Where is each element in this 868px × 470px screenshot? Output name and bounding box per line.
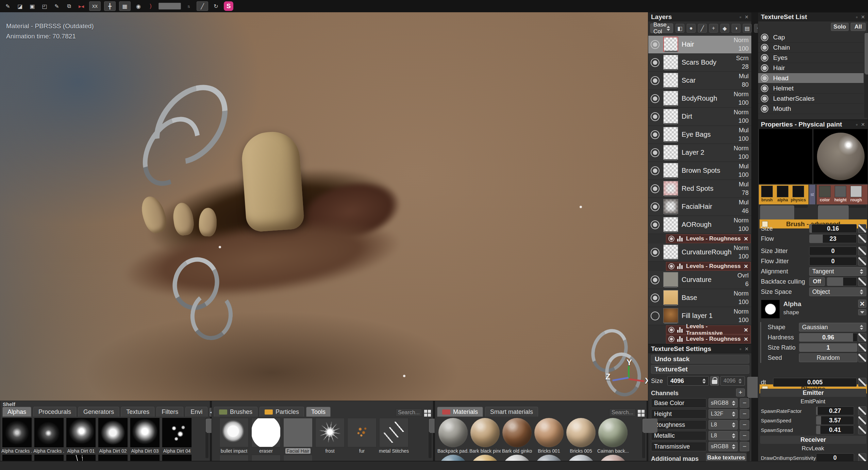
layer-opacity[interactable]: 100 — [738, 99, 749, 106]
alpha-thumbnail[interactable] — [98, 418, 128, 447]
layer-row[interactable]: Red Spots Mul 78 — [648, 180, 751, 198]
shelf-item[interactable]: Facial Hair — [283, 418, 313, 454]
material-sphere-thumbnail[interactable] — [566, 455, 596, 461]
search-input[interactable]: Search... — [609, 408, 636, 417]
layer-opacity[interactable]: 80 — [742, 81, 749, 88]
layer-thumbnail[interactable] — [663, 245, 678, 259]
tool-thumbs-scrollbar[interactable] — [760, 205, 808, 208]
layer-opacity[interactable]: 100 — [738, 317, 749, 324]
layer-visibility-toggle[interactable] — [651, 166, 660, 175]
receiver-section-header[interactable]: Receiver — [760, 436, 866, 444]
undo-stack-section[interactable]: Undo stack — [651, 355, 749, 364]
alpha-thumbnail[interactable] — [34, 455, 64, 461]
all-button[interactable]: All — [851, 23, 866, 31]
textureset-visibility-icon[interactable] — [761, 85, 768, 92]
edit-value-icon[interactable] — [858, 277, 866, 286]
material-sphere-thumbnail[interactable] — [438, 418, 468, 447]
shelf-tab[interactable]: Materials — [437, 407, 483, 417]
remove-channel-button[interactable]: − — [740, 420, 749, 430]
textureset-item[interactable]: Chain — [758, 43, 864, 53]
alpha-thumbnail[interactable] — [130, 455, 160, 461]
brush-stroke-preview[interactable] — [759, 129, 813, 184]
tools-scrollbar[interactable] — [429, 418, 432, 458]
materials-scrollbar[interactable] — [642, 418, 645, 458]
tool-thumbnail[interactable] — [283, 418, 313, 447]
float-panel-icon[interactable]: ▫ — [856, 122, 857, 127]
layer-blend-mode[interactable]: Norm — [734, 290, 749, 297]
add-channel-button[interactable]: + — [736, 388, 745, 397]
hardness-slider[interactable]: 0.96 — [799, 333, 857, 342]
layer-thumbnail[interactable] — [663, 91, 678, 106]
effect-visibility-toggle[interactable] — [668, 336, 674, 342]
shelf-tab[interactable]: Filters — [156, 407, 183, 417]
brush-size-slider[interactable]: 0.16 — [809, 224, 857, 233]
layer-opacity[interactable]: 100 — [738, 253, 749, 260]
spawn-speed-slider[interactable]: 3.57 — [816, 416, 854, 425]
layer-row[interactable]: CurvatureRough Norm 100 — [648, 244, 751, 262]
layer-opacity[interactable]: 100 — [738, 171, 749, 179]
layer-opacity[interactable]: 100 — [738, 299, 749, 306]
layer-row[interactable]: AORough Norm 100 — [648, 216, 751, 234]
layer-visibility-toggle[interactable] — [651, 58, 660, 67]
eraser-tool-icon[interactable]: ◪ — [16, 2, 24, 11]
shelf-item[interactable]: Caiman back... — [598, 418, 628, 454]
shelf-item[interactable]: eraser — [251, 418, 281, 454]
remove-channel-button[interactable]: − — [740, 442, 749, 451]
float-panel-icon[interactable]: ▫ — [739, 346, 741, 352]
shelf-item[interactable]: Alpha Cracks ... — [34, 418, 64, 454]
layer-opacity[interactable]: 46 — [742, 207, 749, 215]
shelf-tab[interactable]: Generators — [78, 407, 119, 417]
textureset-item[interactable]: Head — [758, 73, 864, 83]
mirror-toggle-icon[interactable]: ▸◂ — [77, 2, 86, 11]
layer-row[interactable]: FacialHair Mul 46 — [648, 198, 751, 216]
layer-row[interactable]: Brown Spots Mul 100 — [648, 162, 751, 180]
tool-thumbnail[interactable] — [219, 455, 249, 461]
edit-value-icon[interactable] — [858, 257, 866, 266]
remove-channel-button[interactable]: − — [740, 409, 749, 419]
shelf-tab[interactable]: Procedurals — [33, 407, 76, 417]
textureset-list-header[interactable]: TextureSet List ▫ ✕ — [758, 13, 868, 21]
layer-thumbnail[interactable] — [663, 199, 678, 214]
layer-visibility-toggle[interactable] — [651, 40, 660, 49]
pen-pressure-icon[interactable]: ╱ — [197, 1, 208, 11]
edit-value-icon[interactable] — [858, 378, 866, 387]
shelf-item[interactable]: Alpha Dirt 04 — [162, 418, 191, 454]
tool-thumbnail[interactable] — [347, 418, 377, 447]
shelf-item[interactable]: Alpha Cracks ... — [2, 418, 32, 454]
add-effect-icon[interactable]: ◆ — [720, 24, 729, 33]
layer-opacity[interactable]: 100 — [738, 45, 749, 52]
material-sphere-thumbnail[interactable] — [470, 455, 500, 461]
shelf-item[interactable]: Bricks 005 — [566, 418, 596, 454]
material-sphere-thumbnail[interactable] — [470, 418, 500, 447]
layer-blend-mode[interactable]: Norm — [734, 37, 749, 44]
edit-value-icon[interactable] — [858, 343, 866, 352]
alpha-thumbnail[interactable] — [34, 418, 64, 447]
channel-format-dropdown[interactable]: L32F — [708, 409, 738, 419]
flow-jitter-slider[interactable]: 0 — [809, 257, 857, 266]
effect-delete-icon[interactable]: ✕ — [744, 236, 748, 242]
layer-blend-mode[interactable]: Scrn — [736, 55, 749, 62]
textureset-visibility-icon[interactable] — [761, 54, 768, 62]
textureset-item[interactable]: Mouth — [758, 104, 864, 114]
textureset-visibility-icon[interactable] — [761, 95, 768, 102]
material-sphere-thumbnail[interactable] — [598, 455, 628, 461]
layer-visibility-toggle[interactable] — [651, 275, 660, 284]
reload-shelf-icon[interactable]: ↻ — [212, 2, 220, 11]
layer-effect-row[interactable]: Levels - Roughness ✕ — [666, 335, 751, 343]
textureset-list-scrollbar[interactable] — [864, 32, 867, 118]
add-fill-layer-icon[interactable]: ◑ — [732, 24, 740, 33]
stencil-tab[interactable]: st — [809, 185, 815, 204]
lock-size-button[interactable] — [710, 376, 719, 386]
layer-thumbnail[interactable] — [663, 290, 678, 305]
effect-delete-icon[interactable]: ✕ — [744, 327, 748, 333]
dt-slider[interactable]: 0.005 — [773, 378, 857, 387]
projection-tool-icon[interactable]: ▣ — [28, 2, 37, 11]
symmetry-toggle-icon[interactable]: xx — [89, 1, 101, 11]
layer-row[interactable]: BodyRough Norm 100 — [648, 90, 751, 108]
navigation-gizmo[interactable]: Y X Z — [608, 362, 648, 390]
tool-thumbnail[interactable] — [251, 418, 281, 447]
channel-thumbnail[interactable]: rough — [849, 186, 863, 203]
tool-thumbnail[interactable]: physics — [791, 186, 805, 203]
layer-row[interactable]: Hair Norm 100 — [648, 36, 751, 54]
add-layer-icon[interactable]: + — [709, 24, 718, 33]
